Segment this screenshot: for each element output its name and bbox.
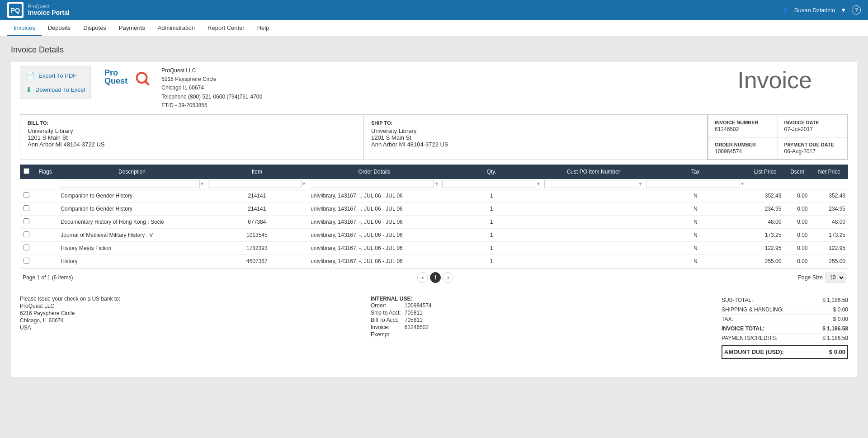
- invoice-number-value: 61246502: [715, 126, 739, 132]
- select-all-checkbox[interactable]: [24, 168, 29, 174]
- row-checkbox-3[interactable]: [24, 231, 29, 237]
- row-list-price: 255.00: [746, 254, 784, 268]
- ship-acct-label: Ship to Acct:: [371, 309, 405, 316]
- row-qty: 1: [440, 189, 542, 202]
- cust-po-filter-icon[interactable]: ▼: [638, 181, 643, 186]
- shipping-value: $ 0.00: [833, 306, 848, 313]
- invoice-total-label: INVOICE TOTAL:: [722, 325, 765, 332]
- page-size-label: Page Size: [798, 274, 823, 281]
- nav-report-center[interactable]: Report Center: [201, 21, 251, 36]
- export-pdf-button[interactable]: 📄 Export To PDF: [26, 71, 85, 81]
- internal-use-label: INTERNAL USE:: [371, 296, 412, 302]
- order-number-cell: ORDER NUMBER 100984574: [708, 137, 778, 159]
- row-checkbox-2[interactable]: [24, 218, 29, 224]
- bank-info: Please issue your check on a US bank to:…: [20, 296, 362, 359]
- filter-list-price-col: [746, 179, 784, 189]
- svg-text:Quest: Quest: [104, 76, 127, 85]
- nav-payments[interactable]: Payments: [113, 21, 151, 36]
- description-filter-icon[interactable]: ▼: [200, 181, 204, 186]
- row-dscnt: 0.00: [784, 202, 810, 215]
- company-info: Pro Quest ProQuest LLC 6216 Paysphere Ci…: [104, 66, 737, 110]
- pagination-bar: Page 1 of 1 (6 items) ‹ 1 › Page Size 10…: [20, 268, 848, 287]
- bill-to-label: BILL TO:: [28, 120, 356, 126]
- excel-icon: ⬇: [26, 85, 32, 94]
- help-icon[interactable]: ?: [852, 5, 861, 14]
- row-order-details: univlibrary, 143167, -, JUL 06 - JUL 06: [308, 189, 440, 202]
- company-name: ProQuest LLC: [161, 66, 262, 75]
- nav-invoices[interactable]: Invoices: [7, 21, 42, 36]
- user-icon: 👤: [782, 7, 789, 14]
- item-filter-icon[interactable]: ▼: [302, 181, 306, 186]
- pagination-text: Page 1 of 1 (6 items): [23, 274, 73, 281]
- table-row: Companion to Gender History 214141 univl…: [20, 202, 848, 215]
- col-qty: Qty.: [440, 165, 542, 179]
- invoice-title-text: Invoice: [737, 66, 812, 94]
- row-dscnt: 0.00: [784, 241, 810, 254]
- table-header-row: Flags Description Item Order Details Qty…: [20, 165, 848, 179]
- user-dropdown-icon[interactable]: ▼: [840, 7, 846, 14]
- shipping-label: SHIPPING & HANDLING:: [722, 306, 783, 313]
- invoice-total-value: $ 1,186.58: [822, 325, 848, 332]
- ship-to-city: Ann Arbor MI 48104-3722 US: [371, 141, 700, 148]
- row-flags: [33, 254, 58, 268]
- order-filter-input[interactable]: [310, 180, 434, 188]
- row-list-price: 122.95: [746, 241, 784, 254]
- row-dscnt: 0.00: [784, 189, 810, 202]
- row-checkbox-5[interactable]: [24, 258, 29, 264]
- col-cust-po: Cust PO Item Number: [542, 165, 645, 179]
- filter-tax-col: ▼: [644, 179, 746, 189]
- row-description: History Meets Fiction: [58, 241, 206, 254]
- nav-administration[interactable]: Administration: [151, 21, 201, 36]
- download-excel-button[interactable]: ⬇ Download To Excel: [26, 85, 85, 95]
- row-checkbox-0[interactable]: [24, 192, 29, 198]
- payment-due-cell: PAYMENT DUE DATE 06-Aug-2017: [778, 137, 848, 159]
- order-filter-icon[interactable]: ▼: [434, 181, 439, 186]
- invoice-number-label: INVOICE NUMBER: [715, 120, 771, 125]
- item-filter-input[interactable]: [208, 180, 302, 188]
- row-description: Documentary History of Hong Kong : Socie: [58, 215, 206, 228]
- prev-page-button[interactable]: ‹: [417, 272, 428, 283]
- row-list-price: 234.95: [746, 202, 784, 215]
- row-item: 214141: [206, 202, 308, 215]
- pdf-icon: 📄: [26, 71, 35, 80]
- internal-exempt-row: Exempt:: [371, 331, 435, 338]
- qty-filter-input[interactable]: [442, 180, 536, 188]
- bank-intro: Please issue your check on a US bank to:: [20, 296, 362, 302]
- row-cust-po: [542, 189, 645, 202]
- invoice-label: Invoice:: [371, 324, 405, 331]
- nav-help[interactable]: Help: [251, 21, 276, 36]
- col-description: Description: [58, 165, 206, 179]
- page-1-button[interactable]: 1: [430, 272, 441, 283]
- col-dscnt: Dscnt: [784, 165, 810, 179]
- page-size-select[interactable]: 10 20 50: [826, 273, 845, 283]
- qty-filter-icon[interactable]: ▼: [536, 181, 541, 186]
- tax-filter-icon[interactable]: ▼: [740, 181, 745, 186]
- row-item: 214141: [206, 189, 308, 202]
- cust-po-filter-input[interactable]: [544, 180, 638, 188]
- row-description: History: [58, 254, 206, 268]
- tax-filter-input[interactable]: [646, 180, 740, 188]
- subtotal-row: SUB-TOTAL: $ 1,186.58: [722, 296, 848, 305]
- proquest-logo: Pro Quest: [104, 66, 154, 110]
- row-net-price: 173.25: [810, 228, 848, 241]
- description-filter-input[interactable]: [60, 180, 199, 188]
- nav-disputes[interactable]: Disputes: [77, 21, 113, 36]
- footer-company-city: Chicago, IL 60674: [20, 317, 362, 324]
- nav-deposits[interactable]: Deposits: [42, 21, 77, 36]
- row-item: 1013545: [206, 228, 308, 241]
- page-title: Invoice Details: [11, 45, 857, 55]
- filter-cust-po-col: ▼: [542, 179, 645, 189]
- table-row: Journal of Medieval Military History : V…: [20, 228, 848, 241]
- row-tax: N: [644, 189, 746, 202]
- row-tax: N: [644, 241, 746, 254]
- next-page-button[interactable]: ›: [443, 272, 453, 283]
- row-checkbox-4[interactable]: [24, 245, 29, 250]
- amount-due-label: AMOUNT DUE (USD):: [724, 349, 784, 355]
- table-row: History Meets Fiction 1782393 univlibrar…: [20, 241, 848, 254]
- row-description: Journal of Medieval Military History : V: [58, 228, 206, 241]
- col-item: Item: [206, 165, 308, 179]
- company-address1: 6216 Paysphere Circle: [161, 75, 262, 84]
- company-telephone: Telephone (800) 521-0600 (734)761-4700: [161, 93, 262, 101]
- exempt-label: Exempt:: [371, 331, 405, 338]
- row-checkbox-1[interactable]: [24, 205, 29, 211]
